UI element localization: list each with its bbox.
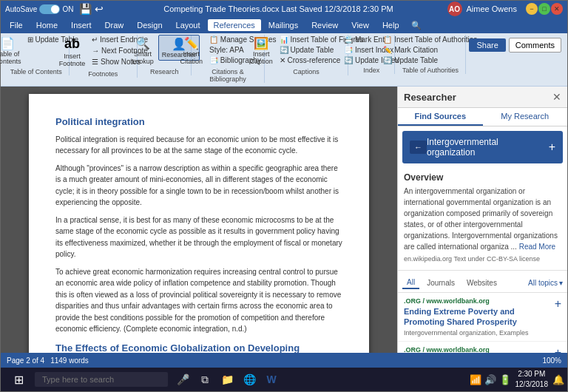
filter-all[interactable]: All	[402, 277, 419, 289]
divider-1	[398, 270, 567, 271]
paragraph-1: Political integration is required becaus…	[55, 134, 342, 157]
autosave-area[interactable]: AutoSave ON	[5, 4, 73, 14]
maximize-button[interactable]: □	[538, 3, 550, 15]
insert-caption-btn[interactable]: 🖼️ InsertCaption	[247, 35, 276, 67]
overview-text-content: An intergovernmental organization or int…	[404, 187, 558, 251]
result-1-subtitle: Intergovernmental organization, Examples	[404, 329, 555, 337]
caption-icon: 🖼️	[254, 36, 268, 50]
topics-dropdown[interactable]: All topics ▾	[528, 279, 563, 287]
user-avatar: AO	[447, 1, 462, 16]
toc-icon: 📄	[0, 36, 15, 50]
footnote-icon: ab	[64, 36, 80, 53]
research-group-label: Research	[150, 68, 179, 75]
menu-help[interactable]: Help	[376, 19, 405, 31]
close-button[interactable]: ✕	[551, 3, 563, 15]
autosave-toggle[interactable]	[39, 4, 60, 14]
overview-text: An intergovernmental organization or int…	[404, 186, 561, 252]
menu-bar: File Home Insert Draw Design Layout Refe…	[1, 17, 567, 33]
menu-draw[interactable]: Draw	[99, 19, 130, 31]
insert-citation-btn[interactable]: ✏️ InsertCitation	[178, 35, 206, 67]
taskbar-icon-cortana[interactable]: 🎤	[172, 369, 193, 390]
notification-icon[interactable]: 🔔	[552, 374, 564, 385]
result-1-source: .ORG / www.worldbank.org	[404, 297, 555, 305]
autosave-state: ON	[62, 5, 73, 13]
minimize-button[interactable]: −	[526, 3, 538, 15]
panel-body: ← Intergovernmental organization + Overv…	[398, 126, 567, 353]
researcher-panel: Researcher ✕ Find Sources My Research ← …	[397, 87, 567, 353]
overview-title: Overview	[404, 172, 561, 183]
clock-date: 12/3/2018	[515, 379, 549, 390]
menu-mailings[interactable]: Mailings	[263, 19, 304, 31]
add-igo-button[interactable]: +	[549, 141, 555, 154]
result-1-add-button[interactable]: +	[555, 297, 561, 311]
overview-section: Overview An intergovernmental organizati…	[398, 168, 567, 267]
authorities-group-label: Table of Authorities	[402, 67, 459, 74]
menu-file[interactable]: File	[4, 19, 29, 31]
smart-lookup-btn[interactable]: 🔍 SmartLookup	[129, 35, 157, 67]
status-word-count: 1149 words	[50, 356, 89, 365]
read-more-link[interactable]: Read More	[519, 243, 555, 251]
start-button[interactable]: ⊞	[4, 368, 33, 391]
heading-effects-globalization: The Effects of Economic Globalization on…	[55, 341, 342, 353]
igo-title: Intergovernmental organization	[427, 137, 549, 158]
index-group-label: Index	[363, 67, 379, 74]
share-button[interactable]: Share	[469, 38, 505, 52]
menu-view[interactable]: View	[345, 19, 375, 31]
filter-journals[interactable]: Journals	[422, 277, 459, 288]
panel-header: Researcher ✕	[398, 87, 567, 108]
user-name: Aimee Owens	[467, 4, 517, 13]
taskbar: ⊞ 🎤 ⧉ 📁 🌐 W 📶 🔊 🔋 2:30 PM 12/3/2018 🔔	[1, 368, 567, 391]
insert-toa-btn[interactable]: 📋 Insert Table of Authorities	[381, 35, 479, 44]
status-page-info: Page 2 of 4	[7, 356, 44, 365]
captions-group-label: Captions	[293, 68, 320, 75]
window-controls[interactable]: − □ ✕	[526, 3, 563, 15]
windows-icon: ⊞	[14, 373, 24, 387]
system-clock[interactable]: 2:30 PM 12/3/2018	[515, 369, 549, 390]
document-area[interactable]: Political integration Political integrat…	[1, 87, 397, 353]
paragraph-2: Although "provinces" is a narrow descrip…	[55, 163, 342, 209]
network-icon: 📶	[470, 374, 481, 385]
filter-bar: All Journals Websites All topics ▾	[398, 274, 567, 293]
autosave-label: AutoSave	[5, 5, 37, 13]
igo-card[interactable]: ← Intergovernmental organization +	[402, 131, 563, 163]
menu-references[interactable]: References	[208, 19, 261, 31]
taskbar-icon-word[interactable]: W	[261, 369, 282, 390]
result-2-add-button[interactable]: +	[555, 346, 561, 353]
citation-icon: ✏️	[184, 36, 199, 50]
update-toa-btn[interactable]: 🔄 Update Table	[381, 55, 479, 65]
toc-button[interactable]: 📄 Table ofContents	[0, 35, 24, 67]
taskbar-icon-edge[interactable]: 🌐	[239, 369, 260, 390]
back-button[interactable]: ←	[410, 141, 427, 154]
taskbar-icon-explorer[interactable]: 📁	[217, 369, 237, 390]
clock-time: 2:30 PM	[515, 369, 549, 379]
topics-label: All topics	[528, 279, 558, 287]
menu-insert[interactable]: Insert	[65, 19, 98, 31]
result-item-1: .ORG / www.worldbank.org Ending Extreme …	[398, 293, 567, 342]
footnotes-group-label: Footnotes	[88, 70, 118, 78]
status-zoom: 100%	[542, 356, 561, 365]
menu-review[interactable]: Review	[305, 19, 344, 31]
tab-find-sources[interactable]: Find Sources	[398, 108, 483, 126]
taskbar-pinned-icons: 🎤 ⧉ 📁 🌐 W	[172, 369, 282, 390]
heading-political-integration: Political integration	[55, 115, 342, 129]
update-table-icon: ⊞	[27, 36, 33, 44]
menu-layout[interactable]: Layout	[170, 19, 206, 31]
insert-footnote-btn[interactable]: ab InsertFootnote	[56, 35, 89, 69]
taskbar-icon-taskview[interactable]: ⧉	[195, 369, 215, 390]
comments-button[interactable]: Comments	[509, 38, 561, 53]
panel-tabs: Find Sources My Research	[398, 108, 567, 126]
mark-citation-btn[interactable]: ✏️ Mark Citation	[381, 45, 479, 55]
ribbon-actions: Share Comments	[466, 35, 564, 55]
result-1-title[interactable]: Ending Extreme Poverty and Promoting Sha…	[404, 306, 555, 328]
panel-close-button[interactable]: ✕	[552, 91, 561, 103]
filter-websites[interactable]: Websites	[462, 277, 501, 288]
panel-title: Researcher	[404, 92, 456, 103]
menu-home[interactable]: Home	[30, 19, 64, 31]
result-2-source: .ORG / www.worldbank.org	[404, 346, 529, 353]
document-title: Competing Trade Theories.docx Last Saved…	[109, 4, 447, 13]
menu-design[interactable]: Design	[131, 19, 168, 31]
taskbar-search[interactable]	[35, 372, 168, 387]
taskbar-right: 📶 🔊 🔋 2:30 PM 12/3/2018 🔔	[470, 369, 565, 390]
tab-my-research[interactable]: My Research	[483, 108, 568, 126]
toc-group-label: Table of Contents	[10, 68, 62, 75]
